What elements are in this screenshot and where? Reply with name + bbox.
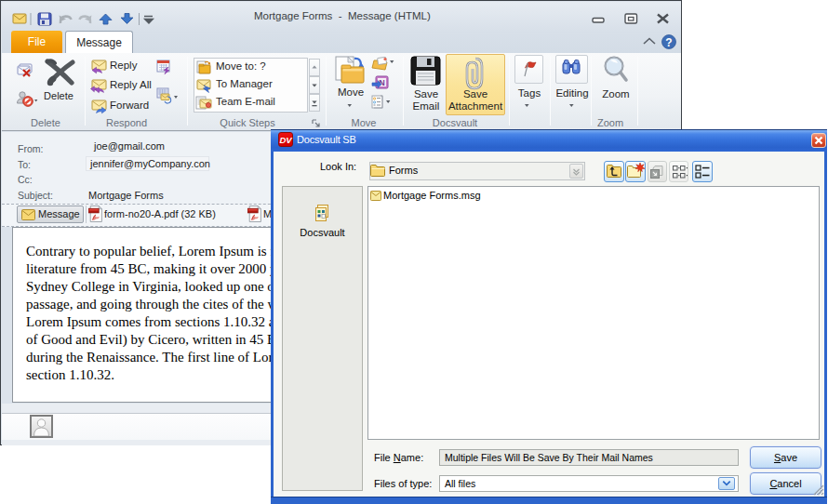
svg-text:Reply All: Reply All <box>110 79 152 90</box>
svg-text:Team E-mail: Team E-mail <box>216 96 275 107</box>
svg-text:Attachment: Attachment <box>448 100 503 112</box>
svg-text:Reply: Reply <box>110 60 138 71</box>
svg-text:Move to: ?: Move to: ? <box>216 60 266 72</box>
svg-text:To Manager: To Manager <box>216 78 273 89</box>
svg-text:Delete: Delete <box>44 90 73 101</box>
svg-text:Move: Move <box>338 86 364 98</box>
svg-text:?: ? <box>665 36 672 49</box>
svg-text:Forward: Forward <box>110 99 149 111</box>
svg-text:Email: Email <box>413 100 440 112</box>
svg-text:Save: Save <box>463 88 487 99</box>
svg-text:Save: Save <box>414 88 438 99</box>
svg-text:Zoom: Zoom <box>602 88 629 99</box>
